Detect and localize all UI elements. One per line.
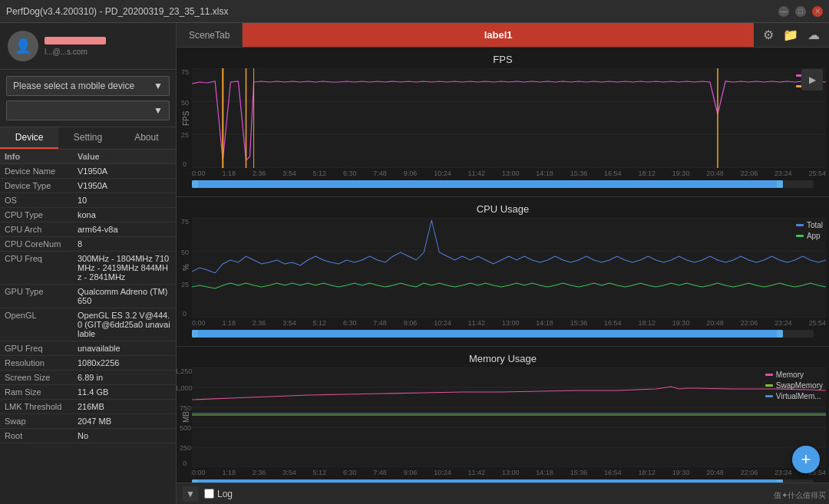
swap-label: SwapMemory [776,381,823,390]
scene-tab-bar: SceneTab label1 ⚙ 📁 ☁ [177,23,829,48]
tab-about[interactable]: About [117,127,176,149]
mem-legend-virtual: VirtualMem... [765,392,823,400]
cpu-scroll-left[interactable] [192,330,198,338]
username-bar [45,37,106,44]
info-key: GPU Freq [5,344,78,353]
cpu-chart-wrap: % [180,218,826,318]
info-val: No [78,431,171,440]
info-val: unavailable [78,344,171,353]
info-key: Resolution [5,358,78,367]
cpu-scrollbar[interactable] [192,330,814,338]
info-row: CPU Archarm64-v8a [0,222,176,237]
info-row: Swap2047 MB [0,414,176,429]
cpu-app-dot [796,235,804,237]
info-val: 11.4 GB [78,387,171,397]
device-tabs: Device Setting About [0,127,176,150]
add-fab-button[interactable]: + [792,446,820,473]
titlebar-controls: — □ ✕ [778,6,823,17]
tab-setting[interactable]: Setting [58,127,117,149]
info-table: Info Value Device NameV1950ADevice TypeV… [0,150,176,504]
cpu-scrollbar-thumb [192,330,783,338]
info-val: 8 [78,239,171,249]
cpu-legend-app: App [796,232,823,240]
info-val: 6.89 in [78,373,171,382]
device-select-arrow: ▼ [154,81,163,91]
mem-legend-swap: SwapMemory [765,381,823,390]
label-tab[interactable]: label1 [243,23,754,47]
charts-area: FPS ▶ FPS [177,48,829,483]
info-val: 216MB [78,402,171,411]
maximize-button[interactable]: □ [795,6,806,17]
virtual-label: VirtualMem... [776,392,821,400]
info-key: OS [5,196,78,205]
device-select[interactable]: Please select a mobile device ▼ [6,76,170,96]
fps-scrollbar[interactable] [192,180,814,188]
info-val: 300MHz - 1804MHz 710MHz - 2419MHz 844MHz… [78,254,171,282]
info-key: Device Name [5,166,78,176]
right-panel: SceneTab label1 ⚙ 📁 ☁ FPS ▶ FPS [177,23,829,504]
mem-y-label: MB [180,367,192,467]
mem-dot [765,374,773,376]
left-panel: 👤 l...@...s.com Please select a mobile d… [0,23,177,504]
info-val: 10 [78,196,171,205]
titlebar-title: PerfDog(v3.4.200310) - PD_20200319_23_35… [6,6,229,17]
app-select[interactable]: ▼ [6,100,170,120]
header-value: Value [78,152,100,161]
cpu-y-label: % [180,218,192,318]
top-icons: ⚙ 📁 ☁ [754,28,829,42]
info-val: Qualcomm Adreno (TM) 650 [78,287,171,305]
info-val: arm64-v8a [78,225,171,234]
scene-tab[interactable]: SceneTab [177,23,243,47]
mem-scrollbar[interactable] [192,479,814,483]
settings-icon[interactable]: ⚙ [763,28,774,42]
fps-scroll-right[interactable] [777,180,783,188]
mem-chart-area: Memory SwapMemory VirtualMem... 1, [192,367,826,467]
info-row: RootNo [0,429,176,443]
tab-device[interactable]: Device [0,127,58,149]
mem-scroll-right[interactable] [777,479,783,483]
header-info: Info [5,152,78,161]
fps-y-label: FPS [180,68,192,168]
log-label: Log [217,489,233,499]
swap-dot [765,384,773,387]
info-row: OpenGLOpenGL ES 3.2 V@444.0 (GIT@6dd25a0… [0,308,176,341]
fps-x-axis: 0:001:182:363:545:126:307:489:0610:2411:… [180,168,826,179]
minimize-button[interactable]: — [778,6,789,17]
info-val: kona [78,210,171,219]
user-info: l...@...s.com [45,37,168,56]
titlebar: PerfDog(v3.4.200310) - PD_20200319_23_35… [0,0,829,23]
close-button[interactable]: ✕ [812,6,823,17]
info-row: Resolution1080x2256 [0,356,176,371]
mem-chart-container: Memory Usage MB [177,347,829,483]
virtual-dot [765,395,773,397]
log-checkbox-area[interactable]: Log [204,489,233,499]
info-row: GPU Frequnavailable [0,341,176,356]
info-key: CPU Type [5,210,78,219]
cloud-icon[interactable]: ☁ [808,28,820,42]
info-key: GPU Type [5,287,78,296]
cpu-scroll-right[interactable] [777,330,783,338]
info-table-header: Info Value [0,150,176,164]
info-key: Ram Size [5,387,78,397]
info-row: GPU TypeQualcomm Adreno (TM) 650 [0,285,176,308]
main-layout: 👤 l...@...s.com Please select a mobile d… [0,23,829,504]
info-row: OS10 [0,193,176,208]
user-email: l...@...s.com [45,48,168,56]
folder-icon[interactable]: 📁 [783,28,798,42]
info-row: LMK Threshold216MB [0,400,176,414]
log-checkbox[interactable] [204,489,214,499]
device-select-label: Please select a mobile device [13,81,134,91]
info-val: V1950A [78,166,171,176]
fps-scroll-left[interactable] [192,180,198,188]
info-val: 2047 MB [78,417,171,426]
cpu-x-axis: 0:001:182:363:545:126:307:489:0610:2411:… [180,318,826,328]
info-row: Device TypeV1950A [0,179,176,193]
mem-legend: Memory SwapMemory VirtualMem... [765,371,823,400]
chevron-down-button[interactable]: ▼ [183,486,198,502]
info-key: CPU Arch [5,225,78,234]
play-button[interactable]: ▶ [801,69,823,91]
mem-scroll-left[interactable] [192,479,198,483]
info-val: 1080x2256 [78,358,171,367]
device-select-area: Please select a mobile device ▼ ▼ [0,70,176,127]
fps-chart-wrap: FPS [180,68,826,168]
